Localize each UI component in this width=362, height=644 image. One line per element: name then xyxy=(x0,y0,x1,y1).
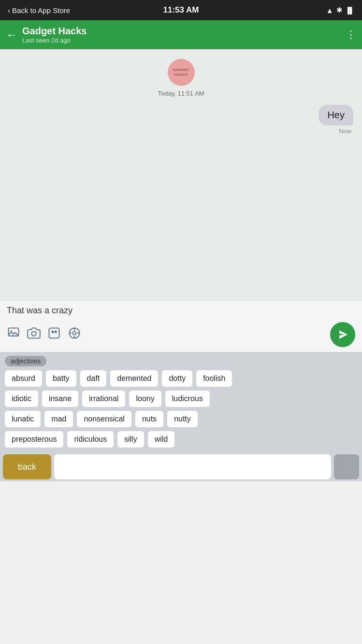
status-time: 11:53 AM xyxy=(163,5,199,15)
chat-timestamp: Today, 11:51 AM xyxy=(158,90,204,97)
suggestion-insane[interactable]: insane xyxy=(42,391,78,407)
svg-point-4 xyxy=(52,331,53,332)
contact-info: Gadget Hacks Last seen 2d ago xyxy=(22,26,341,44)
suggestion-dotty[interactable]: dotty xyxy=(162,370,192,387)
enter-key[interactable] xyxy=(334,454,359,479)
back-button[interactable]: ← xyxy=(6,28,17,42)
camera-icon[interactable] xyxy=(27,326,41,343)
suggestion-preposterous[interactable]: preposterous xyxy=(5,431,63,448)
keyboard-suggestions: adjectives absurd batty daft demented do… xyxy=(0,352,362,450)
suggestion-absurd[interactable]: absurd xyxy=(5,370,42,387)
status-bar: ‹ Back to App Store 11:53 AM ▲ ✱ ▐▌ xyxy=(0,0,362,20)
suggestion-nutty[interactable]: nutty xyxy=(167,411,198,427)
input-toolbar xyxy=(7,320,355,347)
keyboard-bottom-row: back xyxy=(0,450,362,481)
suggestion-daft[interactable]: daft xyxy=(80,370,107,387)
contact-name: Gadget Hacks xyxy=(22,26,341,37)
suggestion-ridiculous[interactable]: ridiculous xyxy=(67,431,114,448)
location-icon[interactable] xyxy=(68,326,81,343)
sent-message-bubble: Hey xyxy=(319,105,353,126)
suggestion-irrational[interactable]: irrational xyxy=(82,391,125,407)
suggestion-foolish[interactable]: foolish xyxy=(196,370,232,387)
suggestion-row-2: idiotic insane irrational loony ludicrou… xyxy=(5,391,357,407)
suggestion-demented[interactable]: demented xyxy=(110,370,158,387)
suggestion-row-1: absurd batty daft demented dotty foolish xyxy=(5,370,357,387)
suggestion-ludicrous[interactable]: ludicrous xyxy=(165,391,210,407)
suggestion-row-3: lunatic mad nonsensical nuts nutty xyxy=(5,411,357,427)
send-button[interactable] xyxy=(330,322,355,347)
battery-icon: ▐▌ xyxy=(346,7,354,14)
suggestion-wild[interactable]: wild xyxy=(148,431,175,448)
more-menu-button[interactable]: ⋮ xyxy=(346,28,356,41)
sticker-icon[interactable] xyxy=(47,326,61,343)
svg-rect-3 xyxy=(49,328,59,338)
chat-header: ← Gadget Hacks Last seen 2d ago ⋮ xyxy=(0,20,362,49)
avatar: GADGETHACKS xyxy=(168,59,195,86)
message-time: Now xyxy=(339,127,351,135)
last-seen-label: Last seen 2d ago xyxy=(22,37,341,44)
suggestion-lunatic[interactable]: lunatic xyxy=(5,411,41,427)
avatar-text: GADGETHACKS xyxy=(173,68,189,77)
svg-point-7 xyxy=(73,332,76,335)
suggestion-nuts[interactable]: nuts xyxy=(135,411,163,427)
suggestion-nonsensical[interactable]: nonsensical xyxy=(77,411,131,427)
suggestion-idiotic[interactable]: idiotic xyxy=(5,391,38,407)
space-key[interactable] xyxy=(54,454,331,479)
gallery-icon[interactable] xyxy=(7,326,20,343)
message-list: Hey Now xyxy=(7,105,355,135)
chat-area: GADGETHACKS Today, 11:51 AM Hey Now xyxy=(0,49,362,300)
svg-point-2 xyxy=(31,332,36,336)
suggestions-category-label: adjectives xyxy=(5,356,46,366)
suggestion-loony[interactable]: loony xyxy=(129,391,161,407)
svg-point-5 xyxy=(55,331,56,332)
location-icon: ▲ xyxy=(326,6,333,14)
suggestion-row-4: preposterous ridiculous silly wild xyxy=(5,431,357,448)
message-input[interactable]: That was a crazy xyxy=(7,306,355,320)
suggestion-rows: absurd batty daft demented dotty foolish… xyxy=(5,370,357,448)
suggestion-batty[interactable]: batty xyxy=(46,370,76,387)
input-area: That was a crazy xyxy=(0,300,362,352)
bluetooth-icon: ✱ xyxy=(336,6,343,14)
back-to-app-store[interactable]: ‹ Back to App Store xyxy=(8,6,70,14)
svg-marker-12 xyxy=(339,330,348,339)
suggestion-silly[interactable]: silly xyxy=(117,431,144,448)
suggestion-mad[interactable]: mad xyxy=(44,411,73,427)
back-key[interactable]: back xyxy=(3,454,51,479)
status-icons: ▲ ✱ ▐▌ xyxy=(326,6,354,14)
chevron-left-icon: ‹ xyxy=(8,6,10,14)
